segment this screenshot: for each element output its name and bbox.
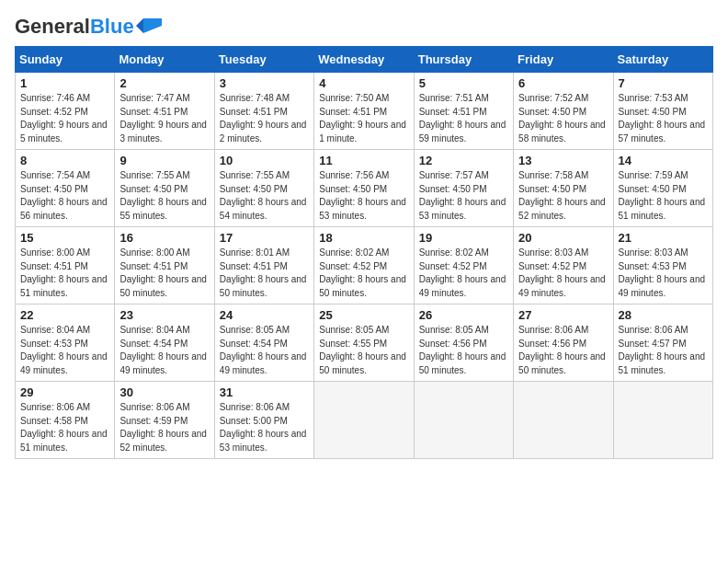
calendar-cell: 29Sunrise: 8:06 AMSunset: 4:58 PMDayligh… xyxy=(16,382,115,459)
day-info: Sunrise: 8:06 AMSunset: 5:00 PMDaylight:… xyxy=(220,402,307,453)
calendar-cell: 4Sunrise: 7:50 AMSunset: 4:51 PMDaylight… xyxy=(314,73,414,150)
day-info: Sunrise: 7:56 AMSunset: 4:50 PMDaylight:… xyxy=(319,170,406,221)
day-info: Sunrise: 8:00 AMSunset: 4:51 PMDaylight:… xyxy=(20,247,108,298)
calendar-week-5: 29Sunrise: 8:06 AMSunset: 4:58 PMDayligh… xyxy=(16,382,713,459)
day-info: Sunrise: 7:58 AMSunset: 4:50 PMDaylight:… xyxy=(518,170,606,221)
calendar-cell: 27Sunrise: 8:06 AMSunset: 4:56 PMDayligh… xyxy=(514,304,613,382)
day-info: Sunrise: 7:59 AMSunset: 4:50 PMDaylight:… xyxy=(619,170,706,221)
day-number: 15 xyxy=(20,231,109,245)
day-info: Sunrise: 7:54 AMSunset: 4:50 PMDaylight:… xyxy=(20,170,108,221)
day-info: Sunrise: 8:00 AMSunset: 4:51 PMDaylight:… xyxy=(119,247,207,298)
weekday-header-wednesday: Wednesday xyxy=(314,47,414,73)
calendar-cell: 16Sunrise: 8:00 AMSunset: 4:51 PMDayligh… xyxy=(115,227,214,304)
weekday-header-friday: Friday xyxy=(514,47,613,73)
day-info: Sunrise: 8:05 AMSunset: 4:55 PMDaylight:… xyxy=(319,325,406,375)
calendar-cell: 26Sunrise: 8:05 AMSunset: 4:56 PMDayligh… xyxy=(414,304,513,382)
calendar-week-1: 1Sunrise: 7:46 AMSunset: 4:52 PMDaylight… xyxy=(16,73,713,150)
day-number: 10 xyxy=(220,154,309,167)
svg-marker-1 xyxy=(136,18,143,33)
calendar-cell: 20Sunrise: 8:03 AMSunset: 4:52 PMDayligh… xyxy=(514,227,613,304)
day-number: 30 xyxy=(119,385,209,399)
calendar-cell: 11Sunrise: 7:56 AMSunset: 4:50 PMDayligh… xyxy=(314,150,414,227)
weekday-header-monday: Monday xyxy=(115,47,214,73)
day-number: 11 xyxy=(319,154,408,167)
day-info: Sunrise: 8:06 AMSunset: 4:59 PMDaylight:… xyxy=(119,402,207,453)
day-number: 13 xyxy=(518,154,608,167)
calendar-cell: 25Sunrise: 8:05 AMSunset: 4:55 PMDayligh… xyxy=(314,304,414,382)
calendar-cell: 1Sunrise: 7:46 AMSunset: 4:52 PMDaylight… xyxy=(16,73,115,150)
day-number: 26 xyxy=(419,308,508,322)
calendar-cell: 30Sunrise: 8:06 AMSunset: 4:59 PMDayligh… xyxy=(115,382,214,459)
day-number: 17 xyxy=(220,231,309,245)
day-info: Sunrise: 7:52 AMSunset: 4:50 PMDaylight:… xyxy=(518,93,606,144)
day-number: 6 xyxy=(518,76,608,90)
calendar-cell: 13Sunrise: 7:58 AMSunset: 4:50 PMDayligh… xyxy=(514,150,613,227)
day-number: 25 xyxy=(319,308,408,322)
day-number: 9 xyxy=(119,154,209,167)
calendar-cell: 15Sunrise: 8:00 AMSunset: 4:51 PMDayligh… xyxy=(16,227,115,304)
day-info: Sunrise: 8:05 AMSunset: 4:54 PMDaylight:… xyxy=(220,325,307,375)
calendar-cell: 10Sunrise: 7:55 AMSunset: 4:50 PMDayligh… xyxy=(214,150,313,227)
calendar-cell: 6Sunrise: 7:52 AMSunset: 4:50 PMDaylight… xyxy=(514,73,613,150)
calendar-cell: 17Sunrise: 8:01 AMSunset: 4:51 PMDayligh… xyxy=(214,227,313,304)
weekday-header-saturday: Saturday xyxy=(613,47,712,73)
day-number: 31 xyxy=(220,385,309,399)
calendar-week-3: 15Sunrise: 8:00 AMSunset: 4:51 PMDayligh… xyxy=(16,227,713,304)
day-number: 5 xyxy=(419,76,508,90)
day-info: Sunrise: 7:55 AMSunset: 4:50 PMDaylight:… xyxy=(220,170,307,221)
calendar-cell xyxy=(514,382,613,459)
weekday-header-thursday: Thursday xyxy=(414,47,513,73)
calendar-cell: 5Sunrise: 7:51 AMSunset: 4:51 PMDaylight… xyxy=(414,73,513,150)
logo-icon xyxy=(136,17,162,35)
day-number: 4 xyxy=(319,76,408,90)
calendar-cell: 23Sunrise: 8:04 AMSunset: 4:54 PMDayligh… xyxy=(115,304,214,382)
day-number: 29 xyxy=(20,385,109,399)
weekday-header-sunday: Sunday xyxy=(16,47,115,73)
day-info: Sunrise: 8:05 AMSunset: 4:56 PMDaylight:… xyxy=(419,325,506,375)
day-info: Sunrise: 7:57 AMSunset: 4:50 PMDaylight:… xyxy=(419,170,506,221)
calendar-cell: 12Sunrise: 7:57 AMSunset: 4:50 PMDayligh… xyxy=(414,150,513,227)
page-header: GeneralBlue xyxy=(15,15,713,39)
calendar-cell xyxy=(314,382,414,459)
day-number: 2 xyxy=(119,76,209,90)
day-info: Sunrise: 8:04 AMSunset: 4:54 PMDaylight:… xyxy=(119,325,207,375)
day-number: 23 xyxy=(119,308,209,322)
day-number: 20 xyxy=(518,231,608,245)
calendar-table: SundayMondayTuesdayWednesdayThursdayFrid… xyxy=(15,46,713,459)
day-number: 27 xyxy=(518,308,608,322)
day-number: 28 xyxy=(619,308,708,322)
day-number: 22 xyxy=(20,308,109,322)
calendar-cell: 9Sunrise: 7:55 AMSunset: 4:50 PMDaylight… xyxy=(115,150,214,227)
day-number: 16 xyxy=(119,231,209,245)
day-info: Sunrise: 7:47 AMSunset: 4:51 PMDaylight:… xyxy=(119,93,207,144)
day-info: Sunrise: 7:53 AMSunset: 4:50 PMDaylight:… xyxy=(619,93,706,144)
calendar-cell: 28Sunrise: 8:06 AMSunset: 4:57 PMDayligh… xyxy=(613,304,712,382)
day-info: Sunrise: 8:01 AMSunset: 4:51 PMDaylight:… xyxy=(220,247,307,298)
day-number: 18 xyxy=(319,231,408,245)
day-info: Sunrise: 7:46 AMSunset: 4:52 PMDaylight:… xyxy=(20,93,108,144)
day-info: Sunrise: 7:50 AMSunset: 4:51 PMDaylight:… xyxy=(319,93,406,144)
calendar-week-4: 22Sunrise: 8:04 AMSunset: 4:53 PMDayligh… xyxy=(16,304,713,382)
day-number: 21 xyxy=(619,231,708,245)
day-number: 14 xyxy=(619,154,708,167)
calendar-cell: 31Sunrise: 8:06 AMSunset: 5:00 PMDayligh… xyxy=(214,382,313,459)
day-number: 24 xyxy=(220,308,309,322)
svg-marker-0 xyxy=(143,18,162,33)
day-info: Sunrise: 7:48 AMSunset: 4:51 PMDaylight:… xyxy=(220,93,307,144)
day-info: Sunrise: 8:06 AMSunset: 4:57 PMDaylight:… xyxy=(619,325,706,375)
day-number: 8 xyxy=(20,154,109,167)
day-info: Sunrise: 8:06 AMSunset: 4:58 PMDaylight:… xyxy=(20,402,108,453)
calendar-cell: 3Sunrise: 7:48 AMSunset: 4:51 PMDaylight… xyxy=(214,73,313,150)
calendar-week-2: 8Sunrise: 7:54 AMSunset: 4:50 PMDaylight… xyxy=(16,150,713,227)
day-number: 12 xyxy=(419,154,508,167)
calendar-cell: 14Sunrise: 7:59 AMSunset: 4:50 PMDayligh… xyxy=(613,150,712,227)
day-info: Sunrise: 8:06 AMSunset: 4:56 PMDaylight:… xyxy=(518,325,606,375)
calendar-cell xyxy=(613,382,712,459)
calendar-cell: 8Sunrise: 7:54 AMSunset: 4:50 PMDaylight… xyxy=(16,150,115,227)
calendar-cell: 21Sunrise: 8:03 AMSunset: 4:53 PMDayligh… xyxy=(613,227,712,304)
day-number: 1 xyxy=(20,76,109,90)
day-number: 3 xyxy=(220,76,309,90)
day-info: Sunrise: 8:03 AMSunset: 4:52 PMDaylight:… xyxy=(518,247,606,298)
day-number: 19 xyxy=(419,231,508,245)
calendar-cell: 19Sunrise: 8:02 AMSunset: 4:52 PMDayligh… xyxy=(414,227,513,304)
